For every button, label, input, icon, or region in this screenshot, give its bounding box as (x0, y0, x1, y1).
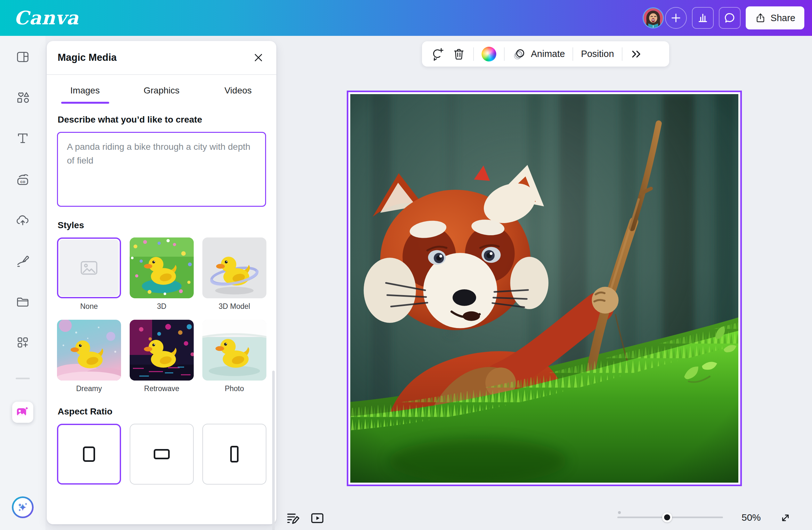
panel-scrollbar[interactable] (272, 371, 275, 530)
style-option-3d-model[interactable]: 3D Model (202, 237, 266, 311)
style-card-none (57, 237, 121, 298)
sidebar-item-elements[interactable] (15, 90, 30, 105)
brand-icon-text: co (20, 179, 25, 184)
sidebar-item-brand[interactable]: co (15, 172, 30, 187)
position-button[interactable]: Position (581, 49, 614, 59)
image-placeholder-icon (80, 259, 98, 277)
zoom-slider-thumb[interactable] (662, 512, 672, 522)
styles-grid: None 3D (57, 237, 266, 393)
sidebar-item-draw[interactable] (15, 253, 30, 268)
landscape-aspect-icon (154, 449, 170, 459)
share-icon (755, 12, 766, 24)
prompt-box (57, 132, 266, 207)
prompt-input[interactable] (58, 133, 265, 206)
tab-graphics[interactable]: Graphics (123, 75, 200, 106)
notes-button[interactable] (286, 511, 301, 525)
notes-icon (286, 511, 301, 525)
aspect-option-square[interactable] (57, 424, 121, 485)
style-option-dreamy[interactable]: Dreamy (57, 320, 121, 393)
close-panel-button[interactable] (251, 50, 265, 65)
avatar[interactable] (643, 8, 664, 29)
position-label: Position (581, 49, 614, 59)
style-option-none[interactable]: None (57, 237, 121, 311)
canvas-image[interactable] (347, 91, 742, 486)
text-icon (15, 131, 30, 146)
tab-images[interactable]: Images (47, 75, 123, 106)
magic-media-panel: Magic Media Images Graphics Videos Descr… (47, 41, 276, 524)
aspect-ratio-heading: Aspect Ratio (58, 407, 265, 417)
comments-button[interactable] (719, 7, 741, 29)
sidebar-item-ai-assistant[interactable] (12, 496, 34, 518)
style-photo-thumbnail (202, 320, 266, 381)
sparkles-icon (17, 501, 29, 513)
add-comment-button[interactable] (430, 47, 445, 61)
top-bar: Canva (0, 0, 812, 36)
style-option-3d[interactable]: 3D (130, 237, 194, 311)
animate-label: Animate (531, 49, 565, 59)
styles-heading: Styles (58, 220, 265, 231)
panel-title: Magic Media (58, 52, 117, 63)
toolbar-divider (504, 47, 505, 61)
plus-icon (670, 13, 681, 24)
red-panda-image (350, 94, 738, 483)
draw-icon (15, 253, 30, 268)
active-tab-underline (61, 102, 109, 104)
design-icon (15, 49, 30, 64)
portrait-aspect-icon (230, 446, 238, 462)
panel-header: Magic Media (47, 41, 276, 75)
panel-tabs: Images Graphics Videos (47, 75, 276, 106)
avatar-photo (643, 8, 663, 28)
sidebar-divider (16, 378, 30, 379)
magic-media-icon (16, 406, 29, 419)
share-label: Share (771, 13, 795, 24)
style-3d-thumbnail (130, 237, 194, 298)
projects-icon (15, 294, 30, 309)
color-picker-button[interactable] (481, 47, 496, 61)
aspect-option-landscape[interactable] (130, 424, 194, 485)
present-icon (310, 511, 325, 526)
present-button[interactable] (310, 511, 325, 526)
close-icon (253, 53, 263, 62)
style-option-retrowave[interactable]: Retrowave (130, 320, 194, 393)
share-button[interactable]: Share (746, 6, 804, 29)
style-dreamy-thumbnail (57, 320, 121, 381)
more-icon (630, 48, 643, 60)
prompt-label: Describe what you’d like to create (58, 115, 265, 125)
sidebar: co (0, 36, 45, 530)
ai-assistant-button (12, 496, 34, 518)
style-retrowave-thumbnail (130, 320, 194, 381)
magic-media-tile (12, 402, 33, 423)
insights-icon (697, 12, 709, 24)
top-bar-actions: Share (643, 6, 804, 29)
tab-videos[interactable]: Videos (200, 75, 276, 106)
comments-icon (724, 12, 736, 24)
animate-button[interactable]: Animate (512, 47, 565, 61)
delete-button[interactable] (452, 47, 466, 61)
square-aspect-icon (83, 446, 95, 462)
insights-button[interactable] (692, 7, 714, 29)
sidebar-item-apps[interactable] (15, 335, 30, 350)
sidebar-item-projects[interactable] (15, 294, 30, 309)
uploads-icon (15, 212, 30, 227)
delete-icon (452, 47, 466, 61)
sidebar-item-text[interactable] (15, 131, 30, 146)
style-option-photo[interactable]: Photo (202, 320, 266, 393)
toolbar-divider (572, 47, 573, 61)
sidebar-item-uploads[interactable] (15, 212, 30, 227)
add-member-button[interactable] (665, 7, 687, 29)
elements-icon (15, 90, 30, 105)
apps-icon (15, 335, 30, 350)
color-wheel-icon (481, 47, 496, 61)
sidebar-item-design[interactable] (15, 49, 30, 64)
canva-logo[interactable]: Canva (14, 7, 79, 29)
zoom-level: 50% (742, 512, 761, 523)
style-card-3d (130, 237, 194, 298)
fullscreen-button[interactable] (779, 511, 792, 525)
more-options-button[interactable] (630, 48, 643, 60)
zoom-fit-marker (618, 511, 621, 514)
style-card-retrowave (130, 320, 194, 381)
sidebar-item-magic-media[interactable] (12, 402, 33, 423)
toolbar-divider (473, 47, 474, 61)
expand-icon (779, 511, 792, 525)
aspect-option-portrait[interactable] (202, 424, 266, 485)
